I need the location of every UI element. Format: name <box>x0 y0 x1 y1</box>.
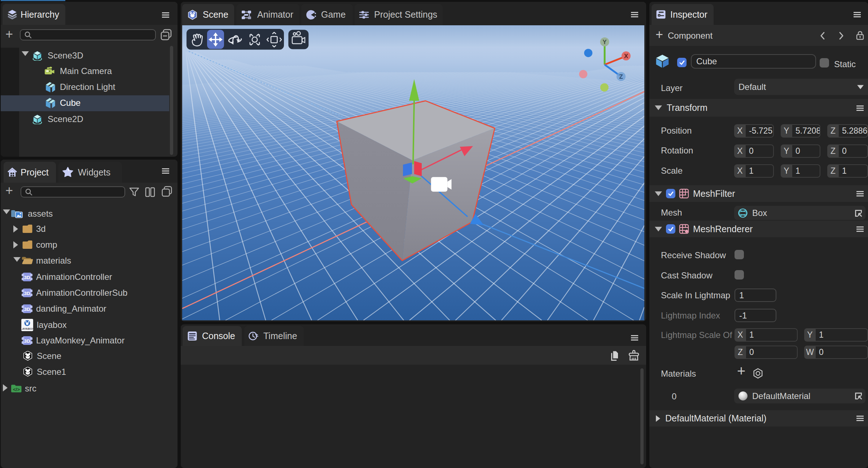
svg-text:Y: Y <box>602 39 607 46</box>
svg-text:Z: Z <box>619 73 623 80</box>
svg-text:</>: </> <box>13 387 20 392</box>
svg-text:X: X <box>624 53 628 60</box>
svg-text:LAYABOX: LAYABOX <box>21 327 34 330</box>
